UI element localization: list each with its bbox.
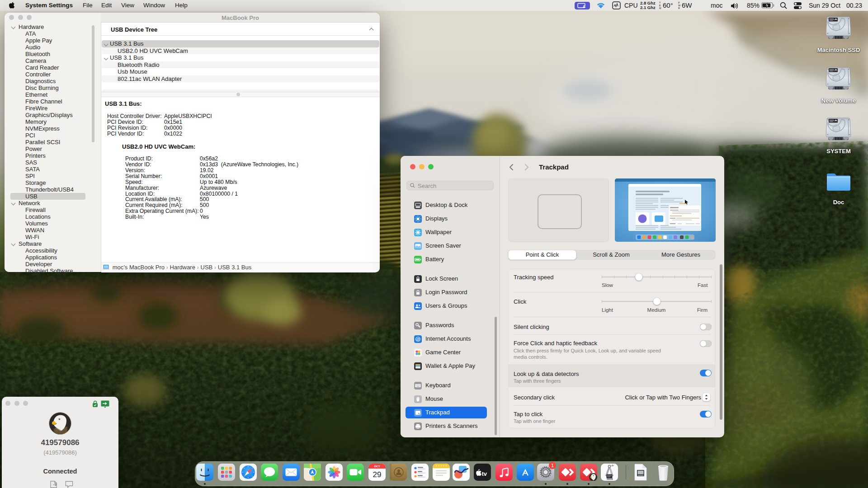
svg-text:tv: tv xyxy=(482,470,487,477)
svg-text:@: @ xyxy=(416,338,420,341)
svg-text:29: 29 xyxy=(373,470,382,479)
svg-text:OCT: OCT xyxy=(374,465,380,468)
